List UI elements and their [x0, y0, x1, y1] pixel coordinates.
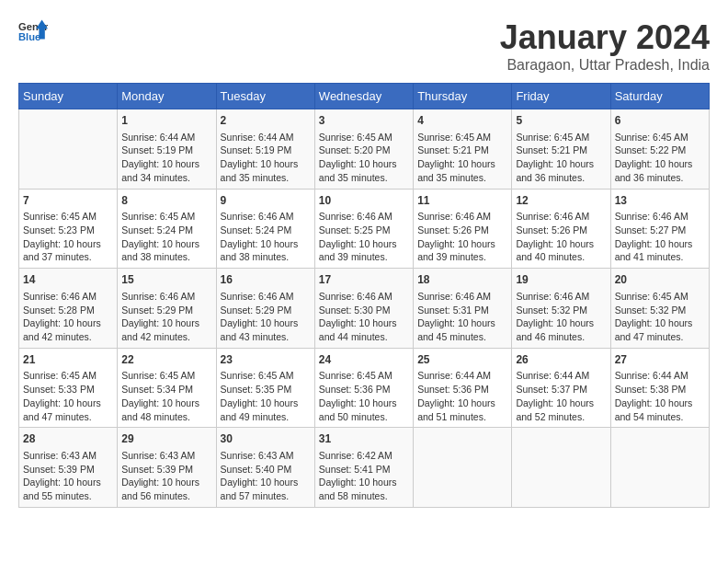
calendar-cell: 17Sunrise: 6:46 AM Sunset: 5:30 PM Dayli…: [314, 269, 413, 349]
day-info: Sunrise: 6:43 AM Sunset: 5:40 PM Dayligh…: [221, 449, 311, 503]
day-info: Sunrise: 6:46 AM Sunset: 5:32 PM Dayligh…: [516, 290, 606, 344]
calendar-cell: 29Sunrise: 6:43 AM Sunset: 5:39 PM Dayli…: [118, 428, 216, 508]
calendar-header-cell: Monday: [118, 84, 216, 109]
calendar-cell: 4Sunrise: 6:45 AM Sunset: 5:21 PM Daylig…: [414, 109, 512, 190]
day-number: 15: [121, 272, 211, 288]
day-number: 23: [221, 352, 311, 368]
calendar-cell: 16Sunrise: 6:46 AM Sunset: 5:29 PM Dayli…: [216, 269, 314, 349]
day-number: 16: [221, 272, 311, 288]
logo-icon: General Blue: [18, 18, 48, 44]
day-info: Sunrise: 6:46 AM Sunset: 5:24 PM Dayligh…: [221, 210, 311, 264]
calendar-cell: 1Sunrise: 6:44 AM Sunset: 5:19 PM Daylig…: [118, 109, 216, 190]
calendar-header-cell: Tuesday: [216, 84, 314, 109]
day-number: 31: [319, 431, 409, 447]
calendar-cell: 19Sunrise: 6:46 AM Sunset: 5:32 PM Dayli…: [512, 269, 610, 349]
day-info: Sunrise: 6:45 AM Sunset: 5:24 PM Dayligh…: [121, 210, 211, 264]
day-info: Sunrise: 6:44 AM Sunset: 5:19 PM Dayligh…: [221, 131, 311, 185]
calendar-cell: 14Sunrise: 6:46 AM Sunset: 5:28 PM Dayli…: [19, 269, 118, 349]
day-info: Sunrise: 6:46 AM Sunset: 5:27 PM Dayligh…: [615, 210, 705, 264]
day-info: Sunrise: 6:46 AM Sunset: 5:29 PM Dayligh…: [121, 290, 211, 344]
day-number: 12: [516, 193, 606, 209]
calendar-cell: 6Sunrise: 6:45 AM Sunset: 5:22 PM Daylig…: [610, 109, 709, 190]
day-info: Sunrise: 6:44 AM Sunset: 5:19 PM Dayligh…: [121, 131, 211, 185]
day-info: Sunrise: 6:46 AM Sunset: 5:31 PM Dayligh…: [417, 290, 507, 344]
day-number: 17: [319, 272, 409, 288]
calendar-table: SundayMondayTuesdayWednesdayThursdayFrid…: [18, 83, 710, 508]
calendar-header-cell: Wednesday: [314, 84, 413, 109]
calendar-cell: 3Sunrise: 6:45 AM Sunset: 5:20 PM Daylig…: [314, 109, 413, 190]
day-number: 28: [23, 431, 113, 447]
day-number: 11: [417, 193, 507, 209]
calendar-header-cell: Saturday: [610, 84, 709, 109]
calendar-cell: [19, 109, 118, 190]
calendar-cell: 25Sunrise: 6:44 AM Sunset: 5:36 PM Dayli…: [414, 348, 512, 428]
calendar-cell: 15Sunrise: 6:46 AM Sunset: 5:29 PM Dayli…: [118, 269, 216, 349]
day-info: Sunrise: 6:45 AM Sunset: 5:35 PM Dayligh…: [221, 369, 311, 423]
day-number: 21: [23, 352, 113, 368]
calendar-cell: 28Sunrise: 6:43 AM Sunset: 5:39 PM Dayli…: [19, 428, 118, 508]
calendar-cell: [610, 428, 709, 508]
day-number: 24: [319, 352, 409, 368]
calendar-cell: 7Sunrise: 6:45 AM Sunset: 5:23 PM Daylig…: [19, 189, 118, 269]
calendar-cell: [512, 428, 610, 508]
day-number: 5: [516, 113, 606, 129]
location-title: Baragaon, Uttar Pradesh, India: [500, 57, 710, 74]
calendar-week-row: 21Sunrise: 6:45 AM Sunset: 5:33 PM Dayli…: [19, 348, 710, 428]
day-info: Sunrise: 6:46 AM Sunset: 5:30 PM Dayligh…: [319, 290, 409, 344]
day-info: Sunrise: 6:44 AM Sunset: 5:36 PM Dayligh…: [417, 369, 507, 423]
day-number: 22: [121, 352, 211, 368]
day-number: 6: [615, 113, 705, 129]
calendar-header-cell: Thursday: [414, 84, 512, 109]
calendar-cell: 26Sunrise: 6:44 AM Sunset: 5:37 PM Dayli…: [512, 348, 610, 428]
day-info: Sunrise: 6:46 AM Sunset: 5:29 PM Dayligh…: [221, 290, 311, 344]
day-info: Sunrise: 6:42 AM Sunset: 5:41 PM Dayligh…: [319, 449, 409, 503]
day-number: 30: [221, 431, 311, 447]
day-info: Sunrise: 6:46 AM Sunset: 5:25 PM Dayligh…: [319, 210, 409, 264]
calendar-cell: 21Sunrise: 6:45 AM Sunset: 5:33 PM Dayli…: [19, 348, 118, 428]
calendar-cell: 13Sunrise: 6:46 AM Sunset: 5:27 PM Dayli…: [610, 189, 709, 269]
day-number: 20: [615, 272, 705, 288]
day-info: Sunrise: 6:45 AM Sunset: 5:32 PM Dayligh…: [615, 290, 705, 344]
title-area: January 2024 Baragaon, Uttar Pradesh, In…: [500, 18, 710, 74]
calendar-header-cell: Sunday: [19, 84, 118, 109]
day-number: 18: [417, 272, 507, 288]
calendar-week-row: 28Sunrise: 6:43 AM Sunset: 5:39 PM Dayli…: [19, 428, 710, 508]
day-number: 4: [417, 113, 507, 129]
day-info: Sunrise: 6:45 AM Sunset: 5:34 PM Dayligh…: [121, 369, 211, 423]
day-number: 29: [121, 431, 211, 447]
day-number: 7: [23, 193, 113, 209]
day-info: Sunrise: 6:46 AM Sunset: 5:26 PM Dayligh…: [516, 210, 606, 264]
calendar-week-row: 1Sunrise: 6:44 AM Sunset: 5:19 PM Daylig…: [19, 109, 710, 190]
calendar-cell: 27Sunrise: 6:44 AM Sunset: 5:38 PM Dayli…: [610, 348, 709, 428]
calendar-cell: 20Sunrise: 6:45 AM Sunset: 5:32 PM Dayli…: [610, 269, 709, 349]
calendar-cell: 31Sunrise: 6:42 AM Sunset: 5:41 PM Dayli…: [314, 428, 413, 508]
day-number: 19: [516, 272, 606, 288]
day-number: 2: [221, 113, 311, 129]
day-number: 27: [615, 352, 705, 368]
calendar-cell: 23Sunrise: 6:45 AM Sunset: 5:35 PM Dayli…: [216, 348, 314, 428]
day-info: Sunrise: 6:44 AM Sunset: 5:38 PM Dayligh…: [615, 369, 705, 423]
day-info: Sunrise: 6:46 AM Sunset: 5:26 PM Dayligh…: [417, 210, 507, 264]
day-number: 25: [417, 352, 507, 368]
calendar-cell: 24Sunrise: 6:45 AM Sunset: 5:36 PM Dayli…: [314, 348, 413, 428]
calendar-header-row: SundayMondayTuesdayWednesdayThursdayFrid…: [19, 84, 710, 109]
day-number: 8: [121, 193, 211, 209]
calendar-week-row: 7Sunrise: 6:45 AM Sunset: 5:23 PM Daylig…: [19, 189, 710, 269]
calendar-cell: 18Sunrise: 6:46 AM Sunset: 5:31 PM Dayli…: [414, 269, 512, 349]
calendar-body: 1Sunrise: 6:44 AM Sunset: 5:19 PM Daylig…: [19, 109, 710, 508]
svg-text:Blue: Blue: [18, 31, 40, 42]
calendar-cell: 30Sunrise: 6:43 AM Sunset: 5:40 PM Dayli…: [216, 428, 314, 508]
day-info: Sunrise: 6:45 AM Sunset: 5:21 PM Dayligh…: [417, 131, 507, 185]
header: General Blue January 2024 Baragaon, Utta…: [18, 18, 710, 74]
day-info: Sunrise: 6:43 AM Sunset: 5:39 PM Dayligh…: [121, 449, 211, 503]
calendar-header-cell: Friday: [512, 84, 610, 109]
day-info: Sunrise: 6:46 AM Sunset: 5:28 PM Dayligh…: [23, 290, 113, 344]
calendar-week-row: 14Sunrise: 6:46 AM Sunset: 5:28 PM Dayli…: [19, 269, 710, 349]
logo: General Blue: [18, 18, 48, 44]
day-info: Sunrise: 6:44 AM Sunset: 5:37 PM Dayligh…: [516, 369, 606, 423]
calendar-cell: 12Sunrise: 6:46 AM Sunset: 5:26 PM Dayli…: [512, 189, 610, 269]
day-info: Sunrise: 6:43 AM Sunset: 5:39 PM Dayligh…: [23, 449, 113, 503]
calendar-cell: 11Sunrise: 6:46 AM Sunset: 5:26 PM Dayli…: [414, 189, 512, 269]
day-info: Sunrise: 6:45 AM Sunset: 5:22 PM Dayligh…: [615, 131, 705, 185]
day-number: 10: [319, 193, 409, 209]
